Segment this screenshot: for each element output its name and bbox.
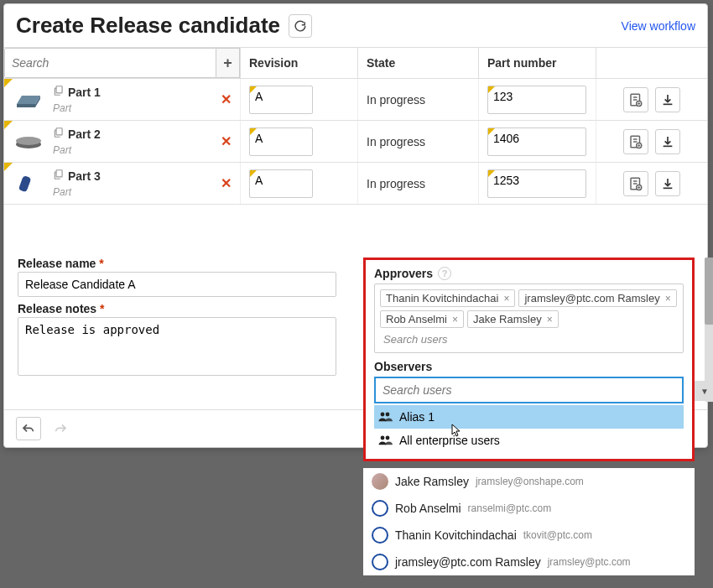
svg-rect-16: [56, 169, 62, 176]
part-icon: [53, 169, 65, 183]
dialog-title: Create Release candidate: [16, 13, 280, 39]
col-part-number: Part number: [479, 48, 596, 78]
release-notes-label: Release notes *: [18, 302, 336, 315]
user-suggestions: Jake Ramsley jramsley@onshape.comRob Ans…: [363, 468, 695, 575]
chip-remove-icon[interactable]: ×: [547, 314, 553, 325]
remove-part-button[interactable]: ✕: [221, 175, 232, 191]
part-type: Part: [53, 186, 71, 198]
avatar: [372, 527, 388, 544]
svg-rect-10: [56, 127, 62, 134]
revision-input[interactable]: A: [249, 86, 313, 114]
svg-rect-15: [18, 175, 32, 192]
state-cell: In progress: [358, 121, 479, 162]
part-icon: [53, 86, 65, 99]
col-state: State: [358, 48, 479, 78]
approvers-panel: Approvers ? Thanin Kovitchindachai×jrams…: [363, 258, 695, 461]
add-part-button[interactable]: +: [216, 48, 240, 78]
svg-point-9: [16, 137, 41, 145]
parts-table-body: Part 1Part✕AIn progress123Part 2Part✕AIn…: [4, 79, 707, 205]
part-number-input[interactable]: 1253: [487, 169, 586, 198]
group-icon: [377, 411, 393, 423]
table-row: Part 2Part✕AIn progress1406: [4, 121, 707, 163]
suggestion-row[interactable]: Jake Ramsley jramsley@onshape.com: [363, 468, 695, 495]
table-row: Part 3Part✕AIn progress1253: [4, 163, 707, 205]
approver-chip[interactable]: jramsley@ptc.com Ramsley×: [518, 289, 676, 307]
doc-action-button[interactable]: [623, 171, 648, 196]
svg-point-22: [386, 413, 390, 417]
avatar: [372, 473, 388, 490]
release-notes-input[interactable]: [18, 317, 336, 376]
parts-search-input[interactable]: [4, 48, 216, 78]
svg-marker-1: [17, 104, 35, 107]
svg-point-23: [381, 436, 385, 440]
svg-point-21: [381, 413, 385, 417]
approver-chip[interactable]: Thanin Kovitchindachai×: [380, 289, 515, 307]
state-cell: In progress: [358, 163, 479, 204]
part-type: Part: [53, 102, 71, 114]
doc-action-button[interactable]: [623, 87, 648, 112]
revision-input[interactable]: A: [249, 127, 313, 156]
svg-rect-3: [56, 86, 62, 92]
approvers-input[interactable]: Thanin Kovitchindachai×jramsley@ptc.com …: [374, 284, 684, 353]
approver-chip[interactable]: Rob Anselmi×: [380, 310, 464, 328]
approvers-label: Approvers ?: [374, 267, 684, 280]
undo-button[interactable]: [16, 417, 41, 440]
group-icon: [377, 434, 393, 446]
table-row: Part 1Part✕AIn progress123: [4, 79, 707, 121]
chip-remove-icon[interactable]: ×: [452, 314, 458, 325]
part-number-input[interactable]: 123: [487, 86, 586, 114]
approver-chip[interactable]: Jake Ramsley×: [467, 310, 559, 328]
observers-options: Alias 1All enterprise users: [374, 405, 684, 452]
remove-part-button[interactable]: ✕: [221, 91, 232, 107]
download-button[interactable]: [655, 129, 680, 154]
part-name: Part 3: [68, 169, 101, 183]
part-icon: [53, 127, 65, 141]
suggestion-row[interactable]: Thanin Kovitchindachai tkovit@ptc.com: [363, 522, 695, 549]
release-name-input[interactable]: [18, 272, 336, 297]
doc-action-button[interactable]: [623, 129, 648, 154]
suggestion-row[interactable]: Rob Anselmi ranselmi@ptc.com: [363, 495, 695, 522]
observer-option[interactable]: All enterprise users: [374, 429, 684, 452]
download-button[interactable]: [655, 87, 680, 112]
chip-remove-icon[interactable]: ×: [503, 293, 509, 304]
suggestion-row[interactable]: jramsley@ptc.com Ramsley jramsley@ptc.co…: [363, 549, 695, 575]
revision-input[interactable]: A: [249, 169, 313, 198]
remove-part-button[interactable]: ✕: [221, 133, 232, 149]
refresh-button[interactable]: [289, 14, 312, 38]
view-workflow-link[interactable]: View workflow: [622, 19, 695, 33]
observers-label: Observers: [374, 360, 684, 373]
table-header: + Revision State Part number: [4, 48, 707, 79]
avatar: [372, 500, 388, 517]
part-type: Part: [53, 144, 71, 156]
part-name: Part 2: [68, 127, 101, 141]
download-button[interactable]: [655, 171, 680, 196]
part-name: Part 1: [68, 86, 101, 99]
redo-button[interactable]: [48, 417, 73, 440]
approver-search-placeholder[interactable]: Search users: [380, 331, 678, 347]
scroll-dropdown-icon[interactable]: ▼: [695, 381, 713, 401]
observers-search-input[interactable]: [374, 377, 684, 403]
state-cell: In progress: [358, 79, 479, 120]
chip-remove-icon[interactable]: ×: [665, 293, 671, 304]
col-revision: Revision: [241, 48, 358, 78]
observer-option[interactable]: Alias 1: [374, 405, 684, 429]
svg-point-24: [386, 436, 390, 440]
release-name-label: Release name *: [18, 257, 336, 270]
avatar: [372, 554, 388, 570]
dialog-header: Create Release candidate View workflow: [4, 4, 707, 48]
part-number-input[interactable]: 1406: [487, 127, 586, 156]
help-icon[interactable]: ?: [438, 267, 451, 280]
